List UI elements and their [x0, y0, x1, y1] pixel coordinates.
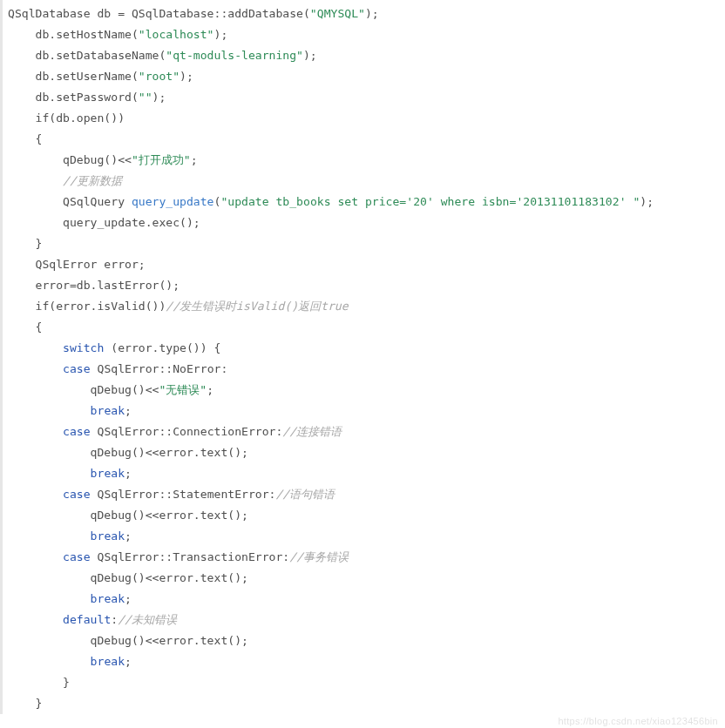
- code-line: qDebug()<<: [8, 383, 159, 396]
- code-text: ;: [125, 529, 132, 543]
- code-line: error=db.lastError();: [8, 279, 180, 292]
- string-literal: "打开成功": [132, 153, 191, 166]
- string-literal: "localhost": [139, 28, 214, 41]
- code-line: qDebug()<<error.text();: [8, 571, 248, 584]
- code-text: QSqlError::StatementError:: [91, 488, 276, 501]
- string-literal: "root": [139, 70, 180, 83]
- code-text: ;: [125, 592, 132, 605]
- code-line: [8, 488, 63, 501]
- code-line: [8, 362, 63, 375]
- code-text: :: [111, 613, 118, 626]
- code-line: QSqlDatabase db = QSqlDatabase::addDatab…: [8, 7, 310, 20]
- comment: //语句错语: [275, 488, 335, 501]
- code-text: );: [214, 28, 228, 41]
- code-line: db.setUserName(: [8, 70, 139, 83]
- code-line: db.setDatabaseName(: [8, 49, 166, 62]
- code-line: [8, 467, 91, 480]
- keyword: break: [91, 655, 125, 668]
- string-literal: "无错误": [159, 383, 207, 396]
- comment: //更新数据: [8, 174, 122, 187]
- code-line: qDebug()<<: [8, 153, 132, 166]
- keyword: case: [63, 488, 91, 501]
- keyword: switch: [63, 341, 104, 354]
- string-literal: "update tb_books set price='20' where is…: [220, 195, 640, 208]
- code-line: [8, 592, 91, 605]
- string-literal: "qt-moduls-learning": [166, 49, 303, 62]
- code-line: }: [8, 237, 42, 250]
- code-line: {: [8, 132, 42, 145]
- keyword: break: [91, 467, 125, 480]
- keyword: default: [63, 613, 111, 626]
- code-text: ;: [191, 153, 198, 166]
- string-literal: "QMYSQL": [310, 7, 365, 20]
- code-line: [8, 529, 91, 543]
- keyword: break: [91, 529, 125, 543]
- code-line: query_update.exec();: [8, 216, 200, 229]
- keyword: case: [63, 362, 91, 375]
- keyword: case: [63, 550, 91, 563]
- code-line: qDebug()<<error.text();: [8, 509, 248, 522]
- comment: //事务错误: [289, 550, 349, 563]
- watermark: https://blog.csdn.net/xiao123456bin: [558, 716, 718, 726]
- variable: query_update: [132, 195, 214, 208]
- code-text: );: [180, 70, 193, 83]
- comment: //连接错语: [282, 425, 342, 438]
- code-line: if(error.isValid()): [8, 300, 166, 313]
- keyword: case: [63, 425, 91, 438]
- code-line: }: [8, 697, 42, 710]
- code-line: db.setHostName(: [8, 28, 139, 41]
- code-line: if(db.open()): [8, 111, 125, 125]
- code-line: }: [8, 676, 70, 689]
- code-text: );: [640, 195, 654, 208]
- comment: //发生错误时isValid()返回true: [166, 300, 348, 313]
- keyword: break: [91, 404, 125, 417]
- code-text: ;: [125, 655, 132, 668]
- code-text: (error.type()) {: [104, 341, 220, 354]
- code-text: ;: [207, 383, 213, 396]
- code-line: [8, 655, 91, 668]
- code-block: QSqlDatabase db = QSqlDatabase::addDatab…: [0, 0, 725, 714]
- code-text: ;: [125, 467, 132, 480]
- code-line: [8, 404, 91, 417]
- code-text: );: [152, 91, 166, 104]
- code-line: qDebug()<<error.text();: [8, 446, 248, 459]
- code-line: QSqlError error;: [8, 258, 146, 271]
- code-line: {: [8, 320, 42, 334]
- code-text: QSqlError::NoError:: [91, 362, 228, 375]
- code-line: [8, 613, 63, 626]
- comment: //未知错误: [118, 613, 177, 626]
- code-line: QSqlQuery: [8, 195, 132, 208]
- code-text: QSqlError::TransactionError:: [91, 550, 290, 563]
- code-line: [8, 341, 63, 354]
- code-text: );: [365, 7, 379, 20]
- code-text: ;: [125, 404, 132, 417]
- code-line: db.setPassword(: [8, 91, 139, 104]
- code-line: [8, 425, 63, 438]
- code-line: [8, 550, 63, 563]
- code-line: qDebug()<<error.text();: [8, 634, 248, 647]
- code-text: QSqlError::ConnectionError:: [91, 425, 283, 438]
- keyword: break: [91, 592, 125, 605]
- code-text: );: [303, 49, 317, 62]
- string-literal: "": [139, 91, 152, 104]
